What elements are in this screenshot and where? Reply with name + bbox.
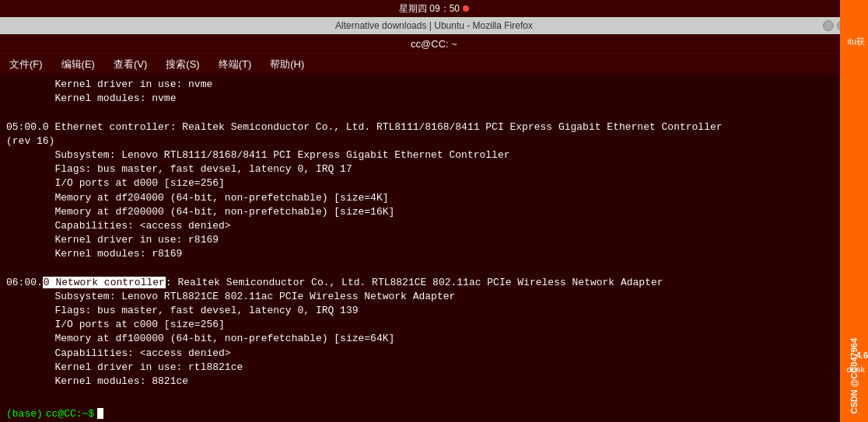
itu-text: itu获 <box>844 34 868 49</box>
line-2: Kernel modules: nvme <box>6 92 862 106</box>
minimize-button[interactable] <box>823 20 834 31</box>
terminal-content[interactable]: Kernel driver in use: nvme Kernel module… <box>0 75 868 405</box>
line-3 <box>6 106 862 120</box>
line-7: Flags: bus master, fast devsel, latency … <box>6 162 862 176</box>
right-panel: itu获 4.6 desk CSDN @CC047964 <box>840 34 868 422</box>
menu-terminal[interactable]: 终端(T) <box>212 56 258 73</box>
terminal-title-bar: cc@CC: ~ <box>0 34 868 53</box>
system-bar: 星期四 09：50 <box>0 0 868 17</box>
terminal-title: cc@CC: ~ <box>411 38 457 50</box>
line-13: Kernel modules: r8169 <box>6 247 862 261</box>
bottom-bar: (base) cc@CC:~$ <box>0 405 868 422</box>
prompt-text: cc@CC:~$ <box>46 408 94 420</box>
line-17: Flags: bus master, fast devsel, latency … <box>6 304 862 318</box>
line-1: Kernel driver in use: nvme <box>6 78 862 92</box>
line-6: Subsystem: Lenovo RTL8111/8168/8411 PCI … <box>6 148 862 162</box>
csdn-text: CSDN @CC047964 <box>849 338 859 414</box>
content-area: cc@CC: ~ 文件(F) 编辑(E) 查看(V) 搜索(S) 终端(T) 帮… <box>0 34 868 422</box>
line-5: (rev 16) <box>6 134 862 148</box>
menu-file[interactable]: 文件(F) <box>3 56 49 73</box>
cursor <box>97 408 103 419</box>
menu-bar: 文件(F) 编辑(E) 查看(V) 搜索(S) 终端(T) 帮助(H) <box>0 53 868 75</box>
line-21: Kernel driver in use: rtl8821ce <box>6 361 862 375</box>
system-time: 星期四 09：50 <box>399 2 469 16</box>
firefox-title: Alternative downloads | Ubuntu - Mozilla… <box>335 20 533 31</box>
line-18: I/O ports at c000 [size=256] <box>6 318 862 332</box>
main-container: 星期四 09：50 Alternative downloads | Ubuntu… <box>0 0 868 422</box>
menu-edit[interactable]: 编辑(E) <box>55 56 101 73</box>
line-14 <box>6 261 862 275</box>
terminal-wrapper: cc@CC: ~ 文件(F) 编辑(E) 查看(V) 搜索(S) 终端(T) 帮… <box>0 34 868 422</box>
line-15: 06:00.0 Network controller: Realtek Semi… <box>6 276 862 290</box>
menu-view[interactable]: 查看(V) <box>107 56 153 73</box>
menu-search[interactable]: 搜索(S) <box>159 56 205 73</box>
time-text: 星期四 09：50 <box>399 2 460 16</box>
time-dot <box>463 5 469 12</box>
line-9: Memory at df204000 (64-bit, non-prefetch… <box>6 191 862 205</box>
line-19: Memory at df100000 (64-bit, non-prefetch… <box>6 332 862 346</box>
line-11: Capabilities: <access denied> <box>6 219 862 233</box>
line-20: Capabilities: <access denied> <box>6 347 862 361</box>
line-22: Kernel modules: 8821ce <box>6 375 862 389</box>
line-16: Subsystem: Lenovo RTL8821CE 802.11ac PCI… <box>6 290 862 304</box>
base-text: (base) <box>6 408 43 420</box>
network-controller-highlight: 0 Network controller <box>43 277 166 288</box>
line-12: Kernel driver in use: r8169 <box>6 233 862 247</box>
line-4: 05:00.0 Ethernet controller: Realtek Sem… <box>6 120 862 134</box>
firefox-bar: Alternative downloads | Ubuntu - Mozilla… <box>0 17 868 34</box>
line-10: Memory at df200000 (64-bit, non-prefetch… <box>6 205 862 219</box>
menu-help[interactable]: 帮助(H) <box>264 56 310 73</box>
line-8: I/O ports at d000 [size=256] <box>6 176 862 190</box>
